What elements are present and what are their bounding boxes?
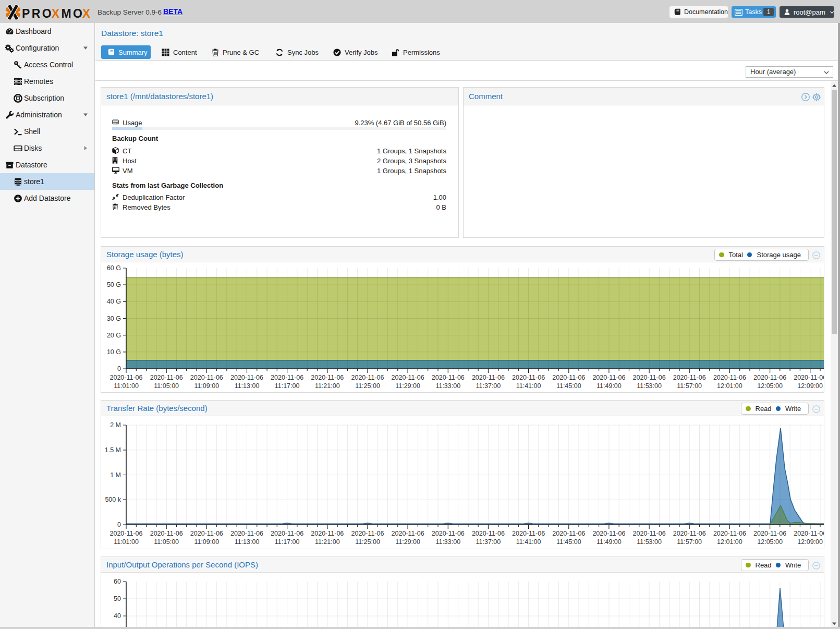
svg-text:2020-11-06: 2020-11-06 bbox=[351, 530, 384, 537]
svg-text:2020-11-06: 2020-11-06 bbox=[109, 530, 142, 537]
svg-text:11:09:00: 11:09:00 bbox=[194, 382, 219, 390]
svg-text:12:05:00: 12:05:00 bbox=[757, 538, 783, 546]
svg-text:11:45:00: 11:45:00 bbox=[556, 538, 581, 546]
svg-text:11:33:00: 11:33:00 bbox=[435, 382, 460, 390]
svg-text:2020-11-06: 2020-11-06 bbox=[633, 374, 666, 381]
svg-text:12:05:00: 12:05:00 bbox=[757, 382, 783, 390]
svg-text:2020-11-06: 2020-11-06 bbox=[392, 374, 424, 381]
svg-text:12:01:00: 12:01:00 bbox=[717, 538, 742, 546]
svg-text:1 M: 1 M bbox=[110, 471, 121, 479]
svg-text:20 G: 20 G bbox=[107, 332, 121, 339]
svg-text:11:53:00: 11:53:00 bbox=[637, 382, 662, 390]
svg-text:2020-11-06: 2020-11-06 bbox=[753, 530, 786, 537]
svg-text:2020-11-06: 2020-11-06 bbox=[190, 530, 223, 537]
svg-text:2020-11-06: 2020-11-06 bbox=[150, 374, 183, 381]
svg-text:2020-11-06: 2020-11-06 bbox=[753, 374, 786, 381]
svg-text:50: 50 bbox=[114, 595, 121, 602]
svg-text:40: 40 bbox=[114, 612, 121, 620]
svg-text:2020-11-06: 2020-11-06 bbox=[230, 374, 263, 381]
svg-text:2020-11-06: 2020-11-06 bbox=[190, 374, 223, 381]
svg-text:11:49:00: 11:49:00 bbox=[596, 382, 622, 390]
svg-text:2 M: 2 M bbox=[110, 421, 121, 429]
svg-text:30 G: 30 G bbox=[107, 315, 121, 322]
svg-text:11:33:00: 11:33:00 bbox=[435, 538, 460, 546]
svg-text:2020-11-06: 2020-11-06 bbox=[472, 530, 505, 537]
svg-text:2020-11-06: 2020-11-06 bbox=[592, 374, 625, 381]
svg-text:50 G: 50 G bbox=[107, 281, 121, 288]
svg-text:11:25:00: 11:25:00 bbox=[355, 538, 380, 546]
svg-text:2020-11-06: 2020-11-06 bbox=[432, 530, 465, 537]
svg-text:11:01:00: 11:01:00 bbox=[114, 538, 139, 546]
svg-text:12:09:00: 12:09:00 bbox=[797, 382, 823, 390]
svg-text:11:49:00: 11:49:00 bbox=[596, 538, 622, 546]
svg-text:2020-11-06: 2020-11-06 bbox=[150, 530, 183, 537]
svg-text:0: 0 bbox=[117, 365, 121, 372]
svg-text:11:09:00: 11:09:00 bbox=[194, 538, 219, 546]
svg-text:2020-11-06: 2020-11-06 bbox=[512, 530, 545, 537]
svg-text:11:05:00: 11:05:00 bbox=[154, 382, 179, 390]
svg-text:2020-11-06: 2020-11-06 bbox=[633, 530, 666, 537]
svg-text:11:13:00: 11:13:00 bbox=[235, 382, 260, 390]
svg-text:2020-11-06: 2020-11-06 bbox=[713, 374, 746, 381]
svg-text:2020-11-06: 2020-11-06 bbox=[552, 530, 585, 537]
svg-text:11:37:00: 11:37:00 bbox=[476, 538, 501, 546]
svg-text:500 k: 500 k bbox=[105, 496, 121, 503]
svg-text:12:09:00: 12:09:00 bbox=[797, 538, 823, 546]
svg-text:2020-11-06: 2020-11-06 bbox=[794, 530, 824, 537]
svg-text:11:13:00: 11:13:00 bbox=[235, 538, 260, 546]
svg-text:0: 0 bbox=[117, 521, 121, 528]
svg-text:2020-11-06: 2020-11-06 bbox=[794, 374, 824, 381]
svg-text:2020-11-06: 2020-11-06 bbox=[592, 530, 625, 537]
svg-text:11:17:00: 11:17:00 bbox=[275, 538, 300, 546]
svg-text:11:21:00: 11:21:00 bbox=[315, 382, 340, 390]
svg-text:2020-11-06: 2020-11-06 bbox=[713, 530, 746, 537]
svg-text:11:57:00: 11:57:00 bbox=[677, 538, 702, 546]
svg-text:11:53:00: 11:53:00 bbox=[637, 538, 662, 546]
svg-text:11:37:00: 11:37:00 bbox=[476, 382, 501, 390]
svg-text:1.5 M: 1.5 M bbox=[105, 446, 121, 454]
svg-text:40 G: 40 G bbox=[107, 298, 121, 305]
svg-text:60 G: 60 G bbox=[107, 264, 121, 272]
svg-text:2020-11-06: 2020-11-06 bbox=[392, 530, 424, 537]
svg-text:11:29:00: 11:29:00 bbox=[395, 382, 420, 390]
svg-text:2020-11-06: 2020-11-06 bbox=[472, 374, 505, 381]
svg-text:2020-11-06: 2020-11-06 bbox=[512, 374, 545, 381]
svg-text:2020-11-06: 2020-11-06 bbox=[432, 374, 465, 381]
svg-text:60: 60 bbox=[114, 578, 121, 585]
svg-text:11:05:00: 11:05:00 bbox=[154, 538, 179, 546]
svg-text:2020-11-06: 2020-11-06 bbox=[351, 374, 384, 381]
svg-text:2020-11-06: 2020-11-06 bbox=[271, 530, 303, 537]
svg-text:11:29:00: 11:29:00 bbox=[395, 538, 420, 546]
svg-text:2020-11-06: 2020-11-06 bbox=[673, 374, 706, 381]
svg-text:11:17:00: 11:17:00 bbox=[275, 382, 300, 390]
svg-text:11:41:00: 11:41:00 bbox=[516, 382, 541, 390]
svg-text:11:45:00: 11:45:00 bbox=[556, 382, 581, 390]
svg-text:12:01:00: 12:01:00 bbox=[717, 382, 742, 390]
svg-text:2020-11-06: 2020-11-06 bbox=[311, 530, 344, 537]
svg-text:2020-11-06: 2020-11-06 bbox=[552, 374, 585, 381]
svg-text:11:21:00: 11:21:00 bbox=[315, 538, 340, 546]
svg-text:2020-11-06: 2020-11-06 bbox=[109, 374, 142, 381]
svg-text:2020-11-06: 2020-11-06 bbox=[271, 374, 303, 381]
svg-text:11:41:00: 11:41:00 bbox=[516, 538, 541, 546]
svg-text:2020-11-06: 2020-11-06 bbox=[311, 374, 344, 381]
svg-text:11:01:00: 11:01:00 bbox=[114, 382, 139, 390]
svg-text:11:57:00: 11:57:00 bbox=[677, 382, 702, 390]
svg-text:2020-11-06: 2020-11-06 bbox=[230, 530, 263, 537]
svg-text:2020-11-06: 2020-11-06 bbox=[673, 530, 706, 537]
svg-text:11:25:00: 11:25:00 bbox=[355, 382, 380, 390]
svg-text:10 G: 10 G bbox=[107, 348, 121, 356]
